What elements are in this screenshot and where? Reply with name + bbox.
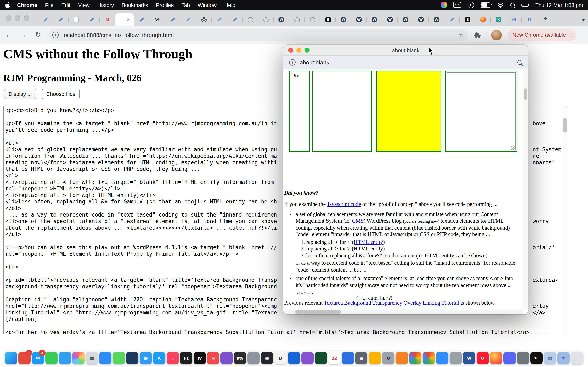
tab[interactable]: W xyxy=(382,13,398,26)
popup-zoom-icon[interactable] xyxy=(305,48,310,53)
dock-docs-app[interactable] xyxy=(342,352,354,364)
tab[interactable]: M xyxy=(100,13,115,26)
keyboard-icon[interactable] xyxy=(453,2,461,8)
dock-photos[interactable] xyxy=(72,352,85,364)
popup-titlebar[interactable]: about:blank xyxy=(283,45,528,56)
back-button[interactable]: ← xyxy=(2,29,15,41)
dock-zoom[interactable] xyxy=(436,352,448,364)
dock-news[interactable]: N xyxy=(207,352,219,364)
url-text[interactable]: localhost:8888/cms_no_follow_through.htm… xyxy=(62,32,458,38)
tab[interactable]: W xyxy=(367,13,382,26)
dock-documents-folder[interactable]: ▤ xyxy=(544,352,556,364)
dock-firefox[interactable] xyxy=(490,352,502,364)
tab[interactable] xyxy=(242,13,258,26)
dock-obs[interactable]: ◉ xyxy=(261,352,273,364)
html-entity-link[interactable]: HTML entity xyxy=(354,239,383,245)
dock-terminal[interactable]: >_ xyxy=(530,352,543,364)
overlay-textarea[interactable] xyxy=(447,72,516,150)
menu-bookmarks[interactable]: Bookmarks xyxy=(122,2,148,8)
menu-help[interactable]: Help xyxy=(224,2,235,8)
resize-handle-icon[interactable] xyxy=(511,146,515,150)
previous-tutorial-link[interactable]: Textarea Background Transparency Overlay… xyxy=(324,300,459,306)
display-button[interactable]: Display ... xyxy=(4,89,36,99)
bookmark-star-icon[interactable]: ☆ xyxy=(458,31,464,39)
tab[interactable]: G xyxy=(522,13,537,26)
site-info-icon[interactable]: i xyxy=(52,32,59,38)
dock-music[interactable]: ♪ xyxy=(167,352,179,364)
tab[interactable] xyxy=(289,13,305,26)
menu-tab[interactable]: Tab xyxy=(182,2,190,8)
wifi-icon[interactable] xyxy=(497,2,504,8)
tab[interactable] xyxy=(165,13,181,26)
tab[interactable] xyxy=(444,13,460,26)
tab-close-icon[interactable]: × xyxy=(127,17,130,22)
dock-whatsapp[interactable] xyxy=(45,352,58,364)
dock-activity-app[interactable]: 1 xyxy=(18,352,31,364)
dock-bbedit[interactable]: B xyxy=(274,352,287,364)
tab[interactable] xyxy=(305,13,320,26)
dock-gray-app-3[interactable] xyxy=(517,352,529,364)
tab[interactable] xyxy=(475,13,491,26)
popup-vertical-scrollbar[interactable] xyxy=(523,69,527,309)
forward-button[interactable]: → xyxy=(17,29,29,41)
play-icon[interactable]: ▶ xyxy=(467,2,474,8)
tab[interactable] xyxy=(84,13,100,26)
menu-edit[interactable]: Edit xyxy=(61,2,70,8)
dock-bear[interactable] xyxy=(221,352,233,364)
menu-file[interactable]: File xyxy=(45,2,53,8)
dock-podcasts[interactable] xyxy=(301,352,314,364)
dock-launchpad[interactable]: ▦ xyxy=(86,352,98,364)
tab[interactable]: G xyxy=(506,13,522,26)
tab[interactable]: W xyxy=(351,13,367,26)
tab[interactable] xyxy=(196,13,212,26)
control-center-icon[interactable] xyxy=(521,2,529,8)
profile-avatar[interactable] xyxy=(491,30,502,40)
more-options-icon[interactable]: ⋮ xyxy=(568,32,574,38)
textarea-scrollbar-thumb[interactable] xyxy=(563,118,567,133)
tab[interactable] xyxy=(212,13,227,26)
tab[interactable]: K xyxy=(491,13,506,26)
textarea-box[interactable] xyxy=(445,71,517,152)
popup-minimize-icon[interactable] xyxy=(296,48,301,53)
dock-finder[interactable] xyxy=(5,352,17,364)
dock-safari[interactable]: ◉ xyxy=(140,352,152,364)
dock-gray-app-2[interactable] xyxy=(450,352,462,364)
popup-hscroll-thumb[interactable] xyxy=(295,310,341,313)
dock-chrome[interactable] xyxy=(409,352,421,364)
dock-app-store[interactable]: A xyxy=(153,352,165,364)
dock-discord[interactable] xyxy=(503,352,516,364)
popup-url-text[interactable]: about:blank xyxy=(300,59,517,66)
tab[interactable] xyxy=(38,13,53,26)
tab[interactable]: W xyxy=(429,13,444,26)
apple-logo-icon[interactable] xyxy=(5,2,11,8)
address-bar[interactable]: i localhost:8888/cms_no_follow_through.h… xyxy=(48,29,468,41)
popup-address-bar[interactable]: i about:blank xyxy=(283,56,528,69)
popup-search-icon[interactable] xyxy=(517,60,522,65)
close-window-icon[interactable] xyxy=(6,16,11,21)
spotlight-search-icon[interactable] xyxy=(510,2,515,8)
dock-mail[interactable]: ✉3 xyxy=(32,352,44,364)
choose-files-button[interactable]: Choose files xyxy=(42,89,79,99)
dock-calendar[interactable]: 12 xyxy=(328,352,341,364)
menu-bar-clock[interactable]: Thu 12 Mar 1:03 pm xyxy=(535,2,583,8)
dock-vlc[interactable] xyxy=(396,352,408,364)
menu-chrome[interactable]: Chrome xyxy=(17,2,37,8)
dock-opera[interactable]: O xyxy=(476,352,489,364)
new-tab-button[interactable]: + xyxy=(541,14,550,24)
dock-tv[interactable]: tv xyxy=(194,352,206,364)
tab[interactable] xyxy=(227,13,242,26)
popup-site-info-icon[interactable]: i xyxy=(289,59,296,66)
dock-finale[interactable]: Fz xyxy=(180,352,192,364)
tab[interactable]: S xyxy=(320,13,336,26)
menu-history[interactable]: History xyxy=(97,2,114,8)
menu-window[interactable]: Window xyxy=(198,2,217,8)
dock-word[interactable]: W xyxy=(463,352,475,364)
dock-blue-circle-app[interactable] xyxy=(288,352,300,364)
cms-link[interactable]: CMS xyxy=(352,218,364,224)
tab[interactable] xyxy=(181,13,196,26)
dock-trash[interactable] xyxy=(571,352,583,364)
tab[interactable]: W xyxy=(274,13,289,26)
javascript-code-link[interactable]: Javascript code xyxy=(327,201,361,207)
dock-gray-app[interactable] xyxy=(247,352,260,364)
dock-downloads-folder[interactable]: ▼ xyxy=(557,352,570,364)
